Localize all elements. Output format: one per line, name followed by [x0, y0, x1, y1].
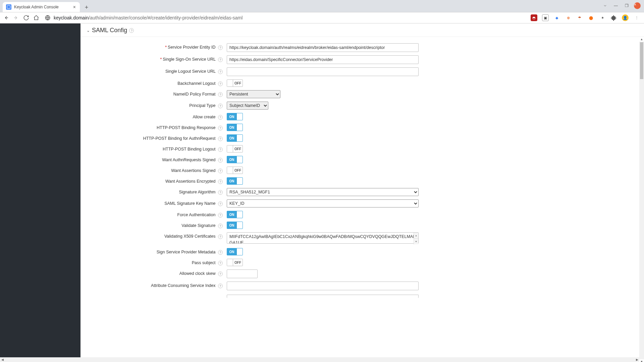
minimize-window-icon[interactable]: — [611, 1, 621, 10]
sign-sp-meta-toggle[interactable]: ON [227, 248, 243, 255]
tab-list-icon[interactable] [600, 1, 610, 10]
reload-icon[interactable] [23, 14, 30, 21]
help-icon[interactable]: ? [218, 126, 223, 130]
want-assert-enc-toggle[interactable]: ON [227, 177, 243, 185]
extension-icon-5[interactable]: ⬤ [588, 14, 594, 21]
help-icon[interactable]: ? [218, 115, 223, 120]
extension-icon-2[interactable]: ◆ [553, 14, 560, 21]
saml-config-form: *Service Provider Entity ID ? *Single Si… [80, 42, 644, 300]
saml-config-header[interactable]: ⌄ SAML Config ? [80, 23, 644, 37]
http-post-response-toggle[interactable]: ON [227, 124, 243, 131]
help-icon[interactable]: ? [218, 234, 223, 239]
browser-tabbar: Keycloak Admin Console × + — ❐ × [0, 0, 644, 12]
help-icon[interactable]: ? [218, 69, 223, 74]
site-info-icon[interactable] [44, 14, 51, 21]
section-title: SAML Config [92, 27, 127, 34]
allow-create-toggle[interactable]: ON [227, 113, 243, 120]
close-window-button[interactable]: × [633, 1, 642, 10]
help-icon[interactable]: ? [218, 190, 223, 195]
pass-subject-toggle[interactable]: OFF [227, 259, 243, 266]
validating-certs-input[interactable] [227, 232, 419, 244]
want-authn-signed-toggle[interactable]: ON [227, 156, 243, 163]
help-icon[interactable]: ? [218, 81, 223, 86]
home-icon[interactable] [33, 14, 40, 21]
back-icon[interactable] [3, 14, 9, 21]
help-icon[interactable]: ? [218, 213, 223, 218]
new-tab-button[interactable]: + [82, 3, 91, 12]
sig-keyname-select[interactable]: KEY_ID [227, 199, 419, 207]
label-validate-sig: Validate Signature ? [80, 222, 227, 228]
label-acs-index: Attribute Consuming Service Index ? [80, 282, 227, 288]
tab-title: Keycloak Admin Console [14, 5, 70, 9]
clock-skew-input[interactable] [227, 269, 258, 278]
scrollbar-thumb[interactable] [640, 42, 643, 79]
extension-icon-4[interactable]: ☂ [576, 14, 583, 21]
maximize-window-icon[interactable]: ❐ [622, 1, 631, 10]
help-icon[interactable]: ? [218, 261, 223, 265]
label-want-assert-signed: Want Assertions Signed ? [80, 167, 227, 173]
ublock-icon[interactable]: ◓ [531, 14, 537, 21]
url-text[interactable]: keycloak.domain/auth/admin/master/consol… [54, 15, 243, 20]
extension-icons: ◓ ▣ ◆ ⊕ ☂ ⬤ ✶ 👤 ⋮ [531, 14, 641, 21]
horizontal-scrollbar[interactable]: ◀ ▶ [0, 357, 639, 362]
label-slo-url: Single Logout Service URL ? [80, 67, 227, 74]
label-clock-skew: Allowed clock skew ? [80, 269, 227, 276]
spin-up-icon[interactable]: ▲ [414, 233, 418, 239]
label-http-post-response: HTTP-POST Binding Response ? [80, 124, 227, 130]
help-icon[interactable]: ? [218, 158, 223, 163]
label-pass-subject: Pass subject ? [80, 259, 227, 265]
partial-next-input[interactable] [227, 295, 419, 298]
browser-menu-icon[interactable]: ⋮ [633, 14, 640, 21]
label-sig-algo: Signature Algorithm ? [80, 188, 227, 195]
slo-url-input[interactable] [227, 67, 419, 76]
acs-index-input[interactable] [227, 282, 419, 290]
help-icon[interactable]: ? [218, 179, 223, 184]
help-icon[interactable]: ? [218, 136, 223, 141]
keycloak-favicon [6, 4, 11, 10]
admin-sidebar [0, 23, 80, 362]
label-nameid-policy: NameID Policy Format ? [80, 90, 227, 97]
sig-algo-select[interactable]: RSA_SHA512_MGF1 [227, 188, 419, 196]
extensions-menu-icon[interactable] [610, 14, 617, 21]
http-post-logout-toggle[interactable]: OFF [227, 145, 243, 153]
help-icon[interactable]: ? [218, 169, 223, 173]
http-post-authn-toggle[interactable]: ON [227, 134, 243, 142]
close-tab-icon[interactable]: × [72, 4, 76, 10]
spin-down-icon[interactable]: ▼ [414, 239, 418, 244]
forward-icon[interactable] [13, 14, 19, 21]
extension-icon-1[interactable]: ▣ [542, 14, 549, 21]
force-authn-toggle[interactable]: ON [227, 211, 243, 218]
label-principal-type: Principal Type ? [80, 102, 227, 108]
help-icon[interactable]: ? [218, 147, 223, 152]
sso-url-input[interactable] [227, 55, 419, 64]
profile-avatar-icon[interactable]: 👤 [622, 14, 629, 21]
validate-sig-toggle[interactable]: ON [227, 222, 243, 229]
label-sp-entity-id: *Service Provider Entity ID ? [80, 43, 227, 50]
help-icon[interactable]: ? [218, 284, 223, 288]
label-allow-create: Allow create ? [80, 113, 227, 120]
label-sign-sp-meta: Sign Service Provider Metadata ? [80, 248, 227, 255]
label-backchannel-logout: Backchannel Logout ? [80, 79, 227, 86]
label-sso-url: *Single Sign-On Service URL ? [80, 55, 227, 62]
help-icon[interactable]: ? [129, 28, 134, 33]
backchannel-logout-toggle[interactable]: OFF [227, 79, 243, 87]
help-icon[interactable]: ? [218, 224, 223, 228]
label-validating-certs: Validating X509 Certificates ? [80, 232, 227, 239]
help-icon[interactable]: ? [218, 57, 223, 62]
browser-tab[interactable]: Keycloak Admin Console × [3, 2, 80, 12]
help-icon[interactable]: ? [218, 45, 223, 50]
extension-icon-6[interactable]: ✶ [599, 14, 606, 21]
help-icon[interactable]: ? [218, 201, 223, 206]
principal-type-select[interactable]: Subject NameID [227, 102, 268, 110]
help-icon[interactable]: ? [218, 250, 223, 255]
label-http-post-authn: HTTP-POST Binding for AuthnRequest ? [80, 134, 227, 141]
want-assert-signed-toggle[interactable]: OFF [227, 167, 243, 174]
sp-entity-id-input[interactable] [227, 43, 419, 52]
nameid-policy-select[interactable]: Persistent [227, 90, 280, 98]
collapse-icon[interactable]: ⌄ [87, 28, 90, 33]
help-icon[interactable]: ? [218, 104, 223, 108]
extension-icon-3[interactable]: ⊕ [565, 14, 572, 21]
vertical-scrollbar[interactable]: ▲ ▼ [639, 42, 644, 359]
help-icon[interactable]: ? [218, 272, 223, 276]
help-icon[interactable]: ? [218, 92, 223, 97]
